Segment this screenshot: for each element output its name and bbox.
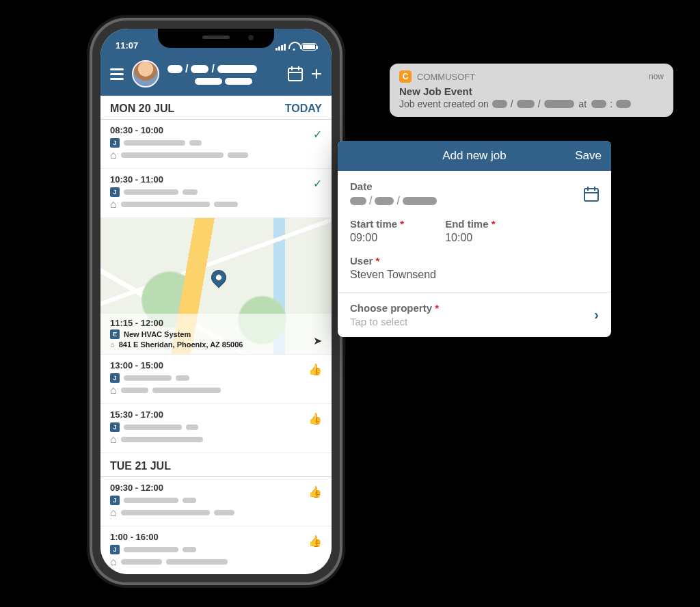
house-icon: ⌂ bbox=[110, 149, 117, 161]
panel-header: Add new job Save bbox=[338, 141, 611, 171]
notification-header: C COMMUSOFT now bbox=[399, 70, 664, 83]
event-time: 11:15 - 12:00 bbox=[110, 318, 322, 328]
choose-property-field[interactable]: Choose property * Tap to select › bbox=[350, 293, 599, 337]
event-item[interactable]: 09:30 - 12:00 J ⌂ 👍 bbox=[100, 477, 332, 526]
choose-property-label: Choose property * bbox=[350, 302, 439, 314]
house-icon: ⌂ bbox=[110, 384, 117, 396]
notification-title: New Job Event bbox=[399, 85, 664, 97]
date-field[interactable]: Date / / bbox=[350, 180, 599, 207]
event-item[interactable]: 13:00 - 15:00 J ⌂ 👍 bbox=[100, 355, 332, 404]
map-event-overlay: 11:15 - 12:00 ENew HVAC System ⌂841 E Sh… bbox=[100, 314, 332, 354]
estimate-badge-icon: E bbox=[110, 329, 120, 339]
event-title: New HVAC System bbox=[124, 330, 191, 338]
notification-time: now bbox=[649, 72, 664, 81]
end-time-field[interactable]: End time * 10:00 bbox=[445, 218, 495, 244]
add-button[interactable]: + bbox=[311, 63, 322, 85]
house-icon: ⌂ bbox=[110, 433, 117, 446]
notification-app-name: COMMUSOFT bbox=[417, 72, 475, 82]
thumbs-up-icon: 👍 bbox=[308, 485, 322, 498]
thumbs-up-icon: 👍 bbox=[308, 535, 322, 548]
job-badge-icon: J bbox=[110, 187, 120, 197]
event-time: 08:30 - 10:00 bbox=[110, 125, 322, 135]
today-link[interactable]: TODAY bbox=[285, 103, 322, 115]
event-time: 09:30 - 12:00 bbox=[110, 483, 322, 493]
date-label: Date bbox=[350, 180, 437, 192]
thumbs-up-icon: 👍 bbox=[308, 363, 322, 376]
header-title: / / bbox=[167, 63, 280, 85]
event-time: 15:30 - 17:00 bbox=[110, 409, 322, 420]
notification-card[interactable]: C COMMUSOFT now New Job Event Job event … bbox=[390, 64, 673, 117]
panel-title: Add new job bbox=[442, 149, 507, 163]
thumbs-up-icon: 👍 bbox=[308, 412, 322, 425]
map-event[interactable]: 11:15 - 12:00 ENew HVAC System ⌂841 E Sh… bbox=[100, 218, 332, 355]
event-item[interactable]: 10:30 - 11:00 J ⌂ ✓ bbox=[100, 169, 332, 218]
job-badge-icon: J bbox=[110, 373, 120, 383]
status-time: 11:07 bbox=[116, 40, 138, 51]
avatar[interactable] bbox=[132, 60, 159, 87]
save-button[interactable]: Save bbox=[575, 149, 602, 163]
app-icon: C bbox=[399, 70, 412, 83]
house-icon: ⌂ bbox=[110, 556, 117, 568]
schedule-list[interactable]: MON 20 JUL TODAY 08:30 - 10:00 J ⌂ ✓ 10:… bbox=[100, 96, 332, 574]
user-label: User * bbox=[350, 255, 599, 267]
check-icon: ✓ bbox=[313, 177, 322, 190]
event-item[interactable]: 08:30 - 10:00 J ⌂ ✓ bbox=[100, 120, 332, 169]
day-header: TUE 21 JUL bbox=[100, 453, 332, 477]
job-badge-icon: J bbox=[110, 422, 120, 432]
end-time-label: End time * bbox=[445, 218, 495, 230]
signal-icon bbox=[275, 44, 286, 51]
choose-property-placeholder: Tap to select bbox=[350, 316, 439, 327]
event-address: 841 E Sheridan, Phoenix, AZ 85006 bbox=[119, 340, 243, 349]
event-item[interactable]: 1:00 - 16:00 J ⌂ 👍 bbox=[100, 526, 332, 574]
calendar-icon[interactable] bbox=[288, 66, 303, 81]
day-label: MON 20 JUL bbox=[110, 103, 174, 115]
house-icon: ⌂ bbox=[110, 198, 117, 211]
chevron-right-icon: › bbox=[594, 307, 599, 323]
app-header: / / + bbox=[100, 52, 332, 96]
notification-body: Job event created on / / at : bbox=[399, 98, 664, 109]
date-value: / / bbox=[350, 195, 437, 207]
event-item[interactable]: 15:30 - 17:00 J ⌂ 👍 bbox=[100, 404, 332, 453]
job-badge-icon: J bbox=[110, 496, 120, 505]
menu-button[interactable] bbox=[110, 68, 124, 80]
start-time-value: 09:00 bbox=[350, 232, 404, 244]
house-icon: ⌂ bbox=[110, 340, 115, 349]
phone-screen: 11:07 / / bbox=[100, 29, 332, 574]
event-time: 13:00 - 15:00 bbox=[110, 360, 322, 370]
house-icon: ⌂ bbox=[110, 507, 117, 519]
navigate-icon[interactable]: ➤ bbox=[313, 334, 322, 347]
day-label: TUE 21 JUL bbox=[110, 460, 171, 472]
day-header: MON 20 JUL TODAY bbox=[100, 96, 332, 120]
phone-notch bbox=[158, 29, 274, 48]
job-badge-icon: J bbox=[110, 545, 120, 554]
end-time-value: 10:00 bbox=[445, 232, 495, 244]
user-value: Steven Townsend bbox=[350, 269, 599, 281]
start-time-label: Start time * bbox=[350, 218, 404, 230]
add-job-panel: Add new job Save Date / / Start time * 0… bbox=[338, 141, 611, 337]
battery-icon bbox=[301, 43, 317, 51]
wifi-icon bbox=[288, 43, 299, 51]
user-field[interactable]: User * Steven Townsend bbox=[350, 255, 599, 281]
start-time-field[interactable]: Start time * 09:00 bbox=[350, 218, 404, 244]
phone-frame: 11:07 / / bbox=[92, 21, 340, 582]
event-time: 10:30 - 11:00 bbox=[110, 174, 322, 185]
job-badge-icon: J bbox=[110, 138, 120, 148]
status-icons bbox=[275, 43, 317, 51]
calendar-icon[interactable] bbox=[584, 187, 599, 202]
check-icon: ✓ bbox=[313, 128, 322, 141]
event-time: 1:00 - 16:00 bbox=[110, 532, 322, 542]
